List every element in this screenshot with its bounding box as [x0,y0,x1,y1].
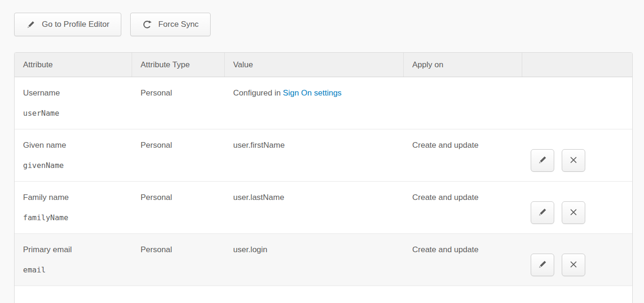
attribute-variable-name: email [23,265,124,275]
remove-x-icon [569,207,578,218]
attribute-variable-name: givenName [23,160,124,171]
attribute-type-cell: Personal [132,182,225,233]
attribute-mappings-table: AttributeAttribute TypeValueApply on Use… [14,52,633,303]
apply-on-cell: Create and update [404,182,522,233]
table-row: Primary emailemailPersonaluser.loginCrea… [15,234,632,286]
value-expression: user.firstName [233,141,285,150]
attribute-variable-name: userName [23,108,124,119]
attribute-type-cell: Personal [132,234,225,286]
value-cell: Configured in Sign On settings [225,77,404,129]
attribute-display-name: Given name [23,140,124,151]
row-actions [531,245,624,276]
value-expression: user.lastName [233,193,284,202]
table-row: UsernameuserNamePersonalConfigured in Si… [15,77,632,129]
column-header-apply-on: Apply on [404,53,522,77]
attribute-cell: Family namefamilyName [15,182,132,233]
attribute-cell: Given namegivenName [15,129,132,181]
actions-cell [522,129,632,181]
remove-x-icon [569,260,578,271]
actions-cell [522,182,632,233]
table-row: Family namefamilyNamePersonaluser.lastNa… [15,182,632,234]
actions-cell [522,234,632,286]
attribute-type-text: Personal [141,88,172,97]
apply-on-text: Create and update [412,245,479,254]
table-body: UsernameuserNamePersonalConfigured in Si… [15,77,632,286]
edit-attribute-button[interactable] [531,201,554,224]
attribute-cell: UsernameuserName [15,77,132,129]
attribute-type-cell: Personal [132,77,225,129]
toolbar: Go to Profile Editor Force Sync [14,13,211,36]
attribute-type-text: Personal [141,245,172,254]
actions-cell [522,77,632,129]
value-cell: user.lastName [225,182,404,233]
column-header-attribute: Attribute [15,53,132,77]
value-expression: user.login [233,245,267,254]
apply-on-text: Create and update [412,141,479,150]
attribute-type-cell: Personal [132,129,225,181]
edit-pencil-icon [537,207,548,219]
sign-on-settings-link[interactable]: Sign On settings [283,88,342,97]
remove-x-icon [569,155,578,166]
attribute-type-text: Personal [141,193,172,202]
table-header-row: AttributeAttribute TypeValueApply on [15,53,632,77]
apply-on-cell: Create and update [404,234,522,286]
pencil-icon [26,20,36,30]
attribute-type-text: Personal [141,141,172,150]
column-header-attribute-type: Attribute Type [132,53,225,77]
edit-attribute-button[interactable] [531,149,554,172]
attribute-cell: Primary emailemail [15,234,132,286]
value-cell: user.login [225,234,404,286]
column-header-value: Value [225,53,404,77]
apply-on-cell: Create and update [404,129,522,181]
apply-on-cell [404,77,522,129]
edit-pencil-icon [537,155,548,167]
remove-attribute-button[interactable] [562,201,585,224]
column-header-actions [522,53,632,77]
force-sync-label: Force Sync [158,20,199,29]
edit-attribute-button[interactable] [531,254,554,276]
value-cell: user.firstName [225,129,404,181]
go-to-profile-editor-label: Go to Profile Editor [42,20,110,29]
row-actions [531,140,624,172]
apply-on-text: Create and update [412,193,479,202]
attribute-variable-name: familyName [23,213,124,223]
attribute-display-name: Family name [23,192,124,203]
remove-attribute-button[interactable] [562,254,585,276]
force-sync-button[interactable]: Force Sync [130,13,211,36]
edit-pencil-icon [537,259,548,271]
go-to-profile-editor-button[interactable]: Go to Profile Editor [14,13,121,36]
value-prefix-text: Configured in [233,88,281,97]
attribute-display-name: Primary email [23,245,124,255]
remove-attribute-button[interactable] [562,149,585,172]
row-actions [531,192,624,224]
attribute-display-name: Username [23,88,124,98]
table-row: Given namegivenNamePersonaluser.firstNam… [15,129,632,182]
refresh-icon [142,19,152,30]
table-row-partial [15,286,632,303]
